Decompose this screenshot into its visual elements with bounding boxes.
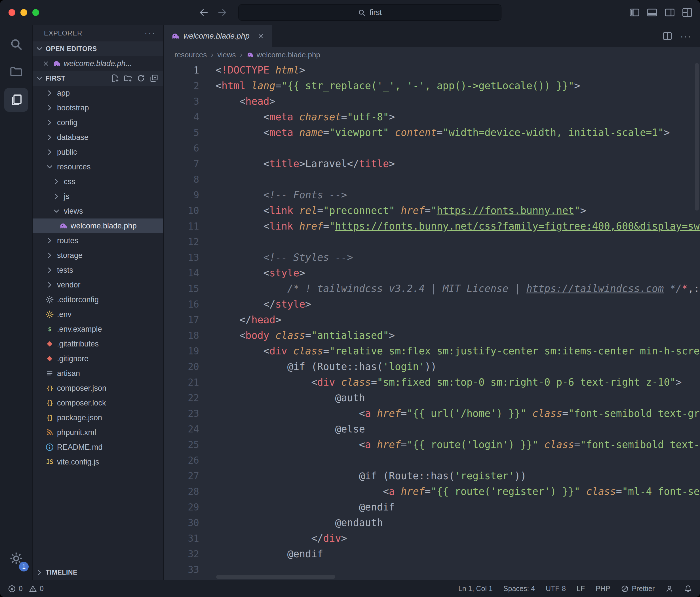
code-line[interactable]: <a href="{{ route('register') }}" class=… xyxy=(216,484,700,499)
line-number[interactable]: 3 xyxy=(164,94,199,109)
code-line[interactable]: <meta name="viewport" content="width=dev… xyxy=(216,125,700,140)
timeline-header[interactable]: TIMELINE xyxy=(33,565,164,580)
code-line[interactable]: @if (Route::has('login')) xyxy=(216,359,700,375)
code-line[interactable]: <div class="relative sm:flex sm:justify-… xyxy=(216,343,700,359)
code-line[interactable]: </head> xyxy=(216,312,700,328)
sidebar-item-welcome-blade-php[interactable]: welcome.blade.php xyxy=(33,218,164,233)
code-line[interactable]: <meta charset="utf-8"> xyxy=(216,109,700,125)
line-number[interactable]: 30 xyxy=(164,515,199,531)
refresh-explorer-icon[interactable] xyxy=(137,74,145,82)
new-folder-icon[interactable] xyxy=(124,74,132,82)
line-number[interactable]: 2 xyxy=(164,78,199,94)
breadcrumb-item[interactable]: welcome.blade.php xyxy=(247,50,320,59)
code-line[interactable]: <body class="antialiased"> xyxy=(216,328,700,343)
sidebar-item-gitignore[interactable]: .gitignore xyxy=(33,351,164,366)
sidebar-item-bootstrap[interactable]: bootstrap xyxy=(33,100,164,115)
zoom-window-button[interactable] xyxy=(32,9,39,16)
sidebar-item-css[interactable]: css xyxy=(33,174,164,189)
line-number[interactable]: 16 xyxy=(164,296,199,312)
breadcrumb-item[interactable]: views xyxy=(217,50,236,59)
sidebar-item-vite-config-js[interactable]: JSvite.config.js xyxy=(33,455,164,469)
toggle-secondary-sidebar-icon[interactable] xyxy=(664,7,675,18)
sidebar-item-package-json[interactable]: {}package.json xyxy=(33,410,164,425)
line-number[interactable]: 24 xyxy=(164,421,199,437)
sidebar-item-gitattributes[interactable]: .gitattributes xyxy=(33,336,164,351)
line-number[interactable]: 21 xyxy=(164,375,199,390)
code-line[interactable]: <!-- Styles --> xyxy=(216,250,700,265)
code-line[interactable]: <!-- Fonts --> xyxy=(216,187,700,203)
code-line[interactable]: <!DOCTYPE html> xyxy=(216,63,700,78)
indentation-status[interactable]: Spaces: 4 xyxy=(503,584,535,593)
code-line[interactable]: <link href="https://fonts.bunny.net/css?… xyxy=(216,218,700,234)
sidebar-item-storage[interactable]: storage xyxy=(33,248,164,263)
line-number[interactable]: 1 xyxy=(164,63,199,78)
sidebar-item-app[interactable]: app xyxy=(33,86,164,100)
sidebar-item-editorconfig[interactable]: .editorconfig xyxy=(33,292,164,307)
line-number[interactable]: 17 xyxy=(164,312,199,328)
sidebar-item-composer-lock[interactable]: {}composer.lock xyxy=(33,396,164,410)
line-number[interactable]: 14 xyxy=(164,265,199,281)
line-number[interactable]: 23 xyxy=(164,406,199,421)
sidebar-item-env-example[interactable]: $.env.example xyxy=(33,322,164,336)
line-number[interactable]: 5 xyxy=(164,125,199,140)
line-number[interactable]: 8 xyxy=(164,172,199,187)
cursor-position-status[interactable]: Ln 1, Col 1 xyxy=(458,584,493,593)
customize-layout-icon[interactable] xyxy=(682,7,693,18)
code-line[interactable]: </div> xyxy=(216,531,700,546)
line-number[interactable]: 13 xyxy=(164,250,199,265)
encoding-status[interactable]: UTF-8 xyxy=(546,584,566,593)
line-number[interactable]: 19 xyxy=(164,343,199,359)
open-editor-item[interactable]: welcome.blade.ph... xyxy=(33,56,164,71)
sidebar-item-database[interactable]: database xyxy=(33,130,164,145)
line-number[interactable]: 20 xyxy=(164,359,199,375)
code-line[interactable] xyxy=(216,453,700,468)
tab-welcome-blade-php[interactable]: welcome.blade.php xyxy=(164,25,272,47)
project-folder-header[interactable]: FIRST xyxy=(33,71,164,86)
line-number[interactable]: 26 xyxy=(164,453,199,468)
sidebar-item-views[interactable]: views xyxy=(33,204,164,218)
toggle-sidebar-icon[interactable] xyxy=(629,7,640,18)
back-icon[interactable] xyxy=(199,7,209,18)
close-tab-icon[interactable] xyxy=(257,32,265,40)
line-number[interactable]: 28 xyxy=(164,484,199,499)
breadcrumb-item[interactable]: resources xyxy=(174,50,207,59)
account-icon[interactable] xyxy=(666,585,673,593)
explorer-more-actions-icon[interactable]: ··· xyxy=(144,30,156,36)
code-line[interactable]: @auth xyxy=(216,390,700,406)
forward-icon[interactable] xyxy=(217,7,227,18)
sidebar-item-artisan[interactable]: artisan xyxy=(33,366,164,381)
line-number[interactable]: 31 xyxy=(164,531,199,546)
code-line[interactable]: @endauth xyxy=(216,515,700,531)
line-number[interactable]: 12 xyxy=(164,234,199,250)
line-number[interactable]: 7 xyxy=(164,156,199,172)
notifications-bell-icon[interactable] xyxy=(684,585,692,593)
code-line[interactable]: <head> xyxy=(216,94,700,109)
sidebar-item-phpunit-xml[interactable]: phpunit.xml xyxy=(33,425,164,440)
line-number[interactable]: 33 xyxy=(164,562,199,577)
editor-more-actions-icon[interactable]: ··· xyxy=(680,33,692,39)
code-line[interactable]: <a href="{{ url('/home') }}" class="font… xyxy=(216,406,700,421)
toggle-panel-icon[interactable] xyxy=(647,7,657,18)
sidebar-item-readme-md[interactable]: README.md xyxy=(33,440,164,455)
line-number[interactable]: 9 xyxy=(164,187,199,203)
line-number[interactable]: 25 xyxy=(164,437,199,453)
code-line[interactable]: <title>Laravel</title> xyxy=(216,156,700,172)
settings-button[interactable]: 1 xyxy=(4,547,28,570)
code-line[interactable] xyxy=(216,140,700,156)
code-line[interactable]: /* ! tailwindcss v3.2.4 | MIT License | … xyxy=(216,281,700,296)
warnings-status[interactable]: 0 xyxy=(29,584,44,593)
line-number[interactable]: 18 xyxy=(164,328,199,343)
vertical-scrollbar[interactable] xyxy=(695,63,699,211)
close-window-button[interactable] xyxy=(8,9,15,16)
activity-explorer-button[interactable] xyxy=(4,58,28,85)
errors-status[interactable]: 0 xyxy=(8,584,23,593)
line-number[interactable]: 4 xyxy=(164,109,199,125)
horizontal-scrollbar[interactable] xyxy=(216,575,335,579)
code-line[interactable]: <style> xyxy=(216,265,700,281)
line-number[interactable]: 10 xyxy=(164,203,199,218)
sidebar-item-routes[interactable]: routes xyxy=(33,233,164,248)
language-mode-status[interactable]: PHP xyxy=(596,584,610,593)
command-center-search[interactable]: first xyxy=(238,4,501,21)
sidebar-item-env[interactable]: .env xyxy=(33,307,164,322)
code-line[interactable]: </style> xyxy=(216,296,700,312)
